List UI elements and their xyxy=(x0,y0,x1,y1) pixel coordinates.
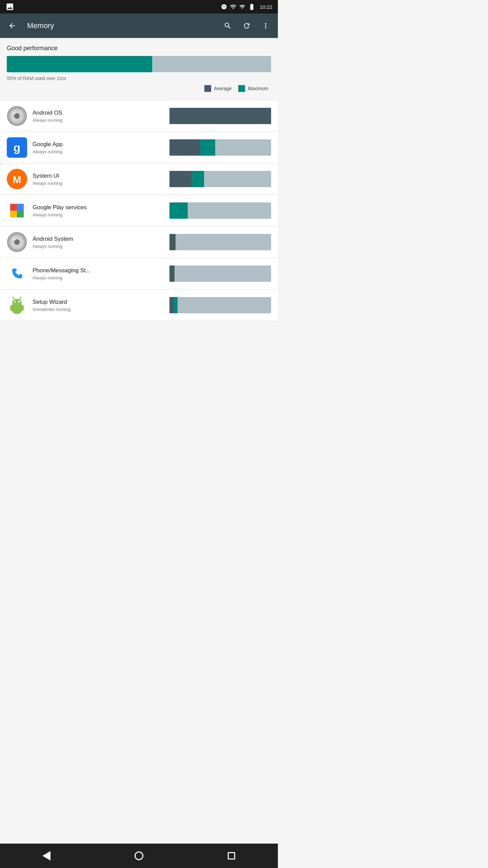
app-icon xyxy=(7,232,27,252)
main-content: Good performance 55% of RAM used over 31… xyxy=(0,38,278,328)
page-title: Memory xyxy=(27,21,216,30)
refresh-button[interactable] xyxy=(240,19,253,33)
screenshot-icon xyxy=(5,2,14,11)
performance-label: Good performance xyxy=(7,45,271,52)
app-icon xyxy=(7,200,27,221)
app-memory-bar xyxy=(169,171,271,187)
app-info: Android SystemAlways running xyxy=(33,236,164,249)
app-name: Android System xyxy=(33,236,164,242)
app-info: Phone/Messaging St...Always running xyxy=(33,267,164,280)
performance-section: Good performance 55% of RAM used over 31… xyxy=(7,45,271,100)
app-info: Google Play servicesAlways running xyxy=(33,204,164,217)
app-memory-bar xyxy=(169,202,271,219)
bar-max xyxy=(200,139,215,156)
svg-point-24 xyxy=(14,301,16,303)
dnd-icon xyxy=(221,4,227,10)
svg-text:M: M xyxy=(13,174,21,185)
legend: Average Maximum xyxy=(7,85,271,92)
toolbar: Memory xyxy=(0,14,278,38)
more-options-button[interactable] xyxy=(259,19,272,33)
legend-avg-label: Average xyxy=(214,86,231,91)
bar-max xyxy=(174,297,178,313)
bar-avg xyxy=(169,265,175,282)
app-row[interactable]: Android SystemAlways running xyxy=(0,226,278,258)
svg-point-4 xyxy=(13,112,16,115)
app-memory-bar xyxy=(169,108,271,124)
svg-marker-10 xyxy=(10,204,17,211)
app-row[interactable]: M System UIAlways running xyxy=(0,163,278,195)
legend-max-box xyxy=(238,85,245,92)
app-name: Android OS xyxy=(33,110,164,116)
battery-icon xyxy=(248,3,256,11)
bar-avg xyxy=(169,108,271,124)
app-status: Sometimes running xyxy=(33,307,164,312)
search-button[interactable] xyxy=(221,19,235,33)
app-status: Always running xyxy=(33,181,164,186)
app-row[interactable]: Setup WizardSometimes running xyxy=(0,290,278,321)
app-row[interactable]: g Google AppAlways running xyxy=(0,132,278,163)
status-bar: 10:22 xyxy=(0,0,278,14)
svg-marker-12 xyxy=(10,211,17,217)
app-row[interactable]: Google Play servicesAlways running xyxy=(0,195,278,226)
app-info: Android OSAlways running xyxy=(33,110,164,123)
app-status: Always running xyxy=(33,275,164,280)
app-name: Setup Wizard xyxy=(33,299,164,305)
legend-avg-box xyxy=(204,85,211,92)
app-row[interactable]: Android OSAlways running xyxy=(0,100,278,132)
app-info: Google AppAlways running xyxy=(33,141,164,154)
app-icon: g xyxy=(7,137,27,158)
status-icons: 10:22 xyxy=(221,3,272,11)
legend-max-label: Maximum xyxy=(248,86,268,91)
app-name: System UI xyxy=(33,173,164,179)
svg-marker-13 xyxy=(17,211,24,217)
signal-icon xyxy=(239,4,245,10)
bar-max xyxy=(192,171,204,187)
svg-point-25 xyxy=(18,301,20,303)
svg-point-18 xyxy=(13,238,16,241)
time-display: 10:22 xyxy=(260,4,272,10)
status-bar-left xyxy=(5,2,221,11)
app-status: Always running xyxy=(33,149,164,154)
app-info: Setup WizardSometimes running xyxy=(33,299,164,312)
ram-info: 55% of RAM used over 31m xyxy=(7,76,271,81)
app-icon xyxy=(7,295,27,315)
app-name: Google App xyxy=(33,141,164,148)
svg-point-19 xyxy=(7,263,27,284)
app-icon xyxy=(7,106,27,126)
app-status: Always running xyxy=(33,118,164,123)
app-icon xyxy=(7,263,27,284)
app-status: Always running xyxy=(33,244,164,249)
app-list: Android OSAlways running g Google AppAlw… xyxy=(0,100,278,321)
svg-point-23 xyxy=(12,299,22,306)
ram-bar-container xyxy=(7,56,271,72)
app-row[interactable]: Phone/Messaging St...Always running xyxy=(0,258,278,290)
legend-average: Average xyxy=(204,85,231,92)
bar-avg xyxy=(169,234,176,250)
wifi-icon xyxy=(230,3,237,10)
back-button[interactable] xyxy=(5,19,19,33)
app-memory-bar xyxy=(169,265,271,282)
app-status: Always running xyxy=(33,212,164,217)
ram-bar-fill xyxy=(7,56,152,72)
legend-maximum: Maximum xyxy=(238,85,268,92)
app-info: System UIAlways running xyxy=(33,173,164,186)
svg-marker-11 xyxy=(17,204,24,211)
app-icon: M xyxy=(7,169,27,189)
bar-max xyxy=(169,202,188,219)
svg-text:g: g xyxy=(14,141,21,154)
bar-avg xyxy=(169,171,192,187)
bar-avg xyxy=(169,139,200,156)
app-memory-bar xyxy=(169,234,271,250)
app-memory-bar xyxy=(169,139,271,156)
app-name: Phone/Messaging St... xyxy=(33,267,164,274)
svg-rect-28 xyxy=(10,305,13,311)
bar-avg xyxy=(169,297,174,313)
app-name: Google Play services xyxy=(33,204,164,211)
svg-rect-29 xyxy=(21,305,24,311)
app-memory-bar xyxy=(169,297,271,313)
